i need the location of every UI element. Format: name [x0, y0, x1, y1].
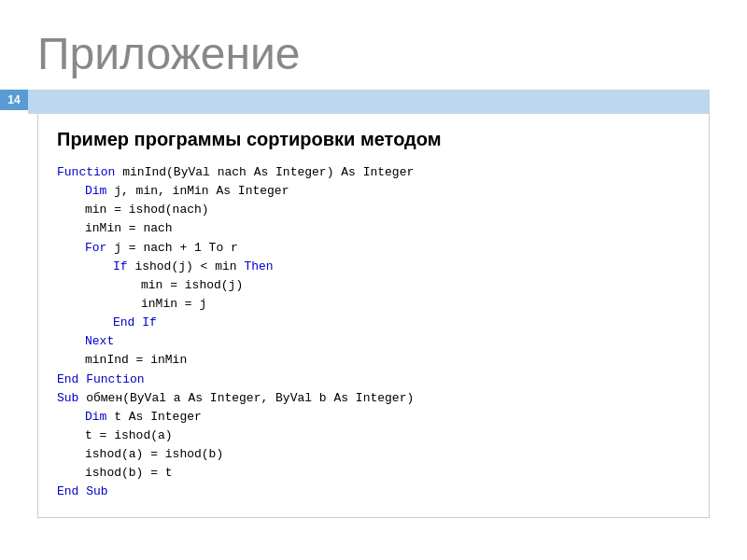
code-line: min = ishod(j) — [57, 276, 690, 295]
code-line: Next — [57, 332, 690, 351]
code-line: min = ishod(nach) — [57, 201, 690, 219]
code-line: End Function — [57, 371, 690, 389]
code-line: If ishod(j) < min Then — [57, 258, 690, 276]
code-line: inMin = j — [57, 295, 690, 314]
code-block: Function minInd(ByVal nach As Integer) A… — [57, 163, 690, 502]
code-line: ishod(b) = t — [57, 464, 690, 483]
section-title: Пример программы сортировки методом — [57, 129, 690, 150]
code-line: End Sub — [57, 483, 690, 501]
code-line: t = ishod(a) — [57, 427, 690, 445]
code-line: For j = nach + 1 To r — [57, 239, 690, 258]
content-area: Пример программы сортировки методом Func… — [37, 113, 710, 518]
code-line: ishod(a) = ishod(b) — [57, 445, 690, 464]
blue-bar — [28, 90, 710, 114]
code-line: End If — [57, 314, 690, 332]
code-line: Dim j, min, inMin As Integer — [57, 182, 690, 201]
code-line: inMin = nach — [57, 219, 690, 238]
slide-title: Приложение — [37, 28, 710, 79]
slide-number: 14 — [0, 90, 28, 110]
code-line: Sub обмен(ByVal a As Integer, ByVal b As… — [57, 389, 690, 408]
code-line: Dim t As Integer — [57, 408, 690, 427]
slide: Приложение 14 Пример программы сортировк… — [0, 0, 747, 560]
code-line: minInd = inMin — [57, 351, 690, 370]
code-line: Function minInd(ByVal nach As Integer) A… — [57, 163, 690, 182]
